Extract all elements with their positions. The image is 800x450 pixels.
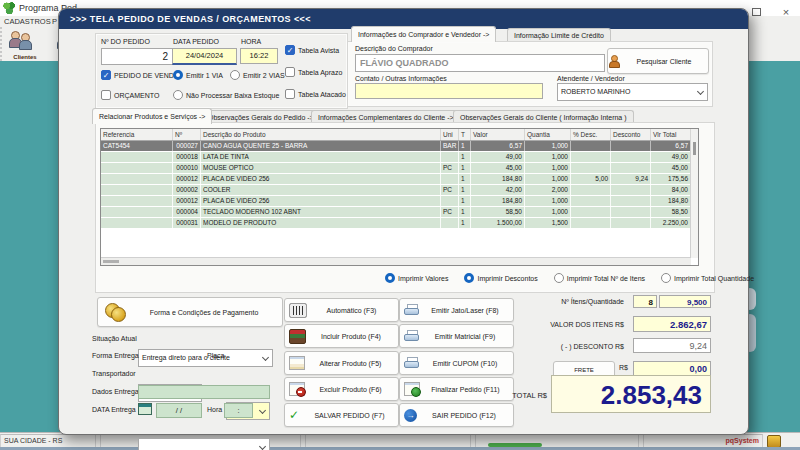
desconto-field[interactable]: 9,24 — [633, 338, 711, 353]
close-window-button[interactable] — [779, 2, 793, 14]
table-header-cell[interactable]: Vlr Total — [651, 129, 691, 140]
chevron-down-icon — [259, 443, 266, 450]
emitir-cupom-button[interactable]: Emitir CUPOM (F10) — [399, 351, 514, 375]
cell-desconto: 9,24 — [611, 174, 651, 184]
incluir-produto-button[interactable]: Incluir Produto (F4) — [284, 324, 399, 348]
sair-pedido-button[interactable]: SAIR PEDIDO (F12) — [399, 403, 514, 427]
cell-uni — [441, 174, 459, 184]
alterar-produto-button[interactable]: Alterar Produto (F5) — [284, 351, 399, 375]
salvar-pedido-button[interactable]: SALVAR PEDIDO (F7) — [284, 403, 399, 427]
table-header-cell[interactable]: Uni — [441, 129, 459, 140]
data-entrega-field[interactable]: / / — [156, 403, 202, 418]
print-option-radio[interactable]: Imprimir Valores — [385, 273, 448, 283]
menu-partial[interactable]: P — [52, 17, 57, 26]
cell-uni — [441, 218, 459, 228]
payment-conditions-button[interactable]: Forma e Condições de Pagamento — [97, 297, 283, 327]
scrollbar-thumb[interactable] — [103, 260, 119, 263]
dados-entrega-field[interactable] — [138, 385, 270, 399]
transportador-combo[interactable] — [138, 438, 270, 450]
tab-limite-credito[interactable]: Informação Limite de Crédito — [507, 28, 611, 42]
table-row[interactable]: 000010 MOUSE OPTICO PC 1 45,00 1,000 45,… — [101, 163, 698, 174]
cell-referencia — [101, 152, 173, 162]
valor-itens-label: VALOR DOS ITENS R$ — [514, 321, 624, 328]
table-header-cell[interactable]: Descrição do Produto — [201, 129, 441, 140]
order-date-field[interactable]: 24/04/2024 — [172, 48, 237, 65]
checkbox-tabela-aprazo[interactable]: Tabela Aprazo — [285, 67, 342, 77]
cell-vlr-total: 6,57 — [651, 141, 691, 151]
finalize-icon — [404, 382, 420, 396]
table-header-cell[interactable]: Quantia — [525, 129, 571, 140]
radio-nao-processar-baixa[interactable]: Não Processar Baixa Estoque — [173, 90, 279, 100]
quantidade-field: 9,500 — [659, 295, 711, 308]
checkbox-pedido-de-venda[interactable]: PEDIDO DE VENDA — [101, 70, 179, 80]
print-option-radio[interactable]: Imprimir Descontos — [464, 273, 537, 283]
table-row[interactable]: CAT5454 000027 CANO AGUA QUENTE 25 - BAR… — [101, 141, 698, 152]
contact-field[interactable] — [355, 83, 543, 99]
statusbar-city: SUA CIDADE - RS — [0, 434, 101, 448]
toolbar-button-clientes[interactable]: Clientes — [3, 28, 47, 60]
cell-t: 1 — [459, 163, 471, 173]
scrollbar-thumb[interactable] — [693, 142, 696, 155]
table-row[interactable]: 000004 TECLADO MODERNO 102 ABNT PC 1 58,… — [101, 207, 698, 218]
forma-entrega-label: Forma Entrega — [92, 352, 139, 359]
hora-entrega-field[interactable]: : — [224, 403, 253, 418]
table-row[interactable]: 000002 COOLER PC 1 42,00 2,000 84,00 — [101, 185, 698, 196]
automatico-button[interactable]: Automático (F3) — [284, 298, 399, 322]
cell-desconto — [611, 196, 651, 206]
restore-window-button[interactable] — [749, 2, 763, 14]
cell-quantia: 1,000 — [525, 163, 571, 173]
print-option-radio[interactable]: Imprimir Total Nº de Itens — [554, 273, 645, 283]
excluir-produto-button[interactable]: Excluir Produto (F6) — [284, 377, 399, 401]
cell-descricao: TECLADO MODERNO 102 ABNT — [201, 207, 441, 217]
table-header-cell[interactable]: Valor — [471, 129, 525, 140]
table-vertical-scrollbar[interactable] — [690, 140, 698, 258]
checkbox-tabela-atacado[interactable]: Tabela Atacado — [285, 89, 346, 99]
cell-t: 1 — [459, 196, 471, 206]
order-number-field[interactable]: 2 — [101, 48, 173, 65]
table-row[interactable]: 000012 PLACA DE VIDEO 256 1 184,80 1,000… — [101, 174, 698, 185]
checkbox-tabela-avista[interactable]: Tabela Avista — [285, 45, 339, 55]
emitir-matricial-button[interactable]: Emitir Matricial (F9) — [399, 324, 514, 348]
salesperson-combo[interactable]: ROBERTO MARINHO — [557, 83, 708, 101]
placa-label: Placa — [207, 352, 225, 359]
table-header-cell[interactable]: Referencia — [101, 129, 173, 140]
table-row[interactable]: 000031 MODELO DE PRODUTO 1 1.500,00 1,50… — [101, 218, 698, 229]
cell-valor: 1.500,00 — [471, 218, 525, 228]
cell-desconto — [611, 218, 651, 228]
situacao-combo[interactable]: Entrega direto para o cliente — [138, 349, 273, 367]
products-table: ReferenciaNºDescrição do ProdutoUniTValo… — [100, 128, 699, 266]
radio-emitir-1-via[interactable]: Emitir 1 VIA — [173, 70, 223, 80]
search-client-button[interactable]: Pesquisar Cliente — [607, 48, 709, 74]
table-row[interactable]: 000018 LATA DE TINTA 1 49,00 1,000 49,00 — [101, 152, 698, 163]
buyer-description-field[interactable]: FLÁVIO QUADRADO — [355, 54, 605, 72]
table-header-cell[interactable]: T — [459, 129, 471, 140]
cell-uni — [441, 196, 459, 206]
finalizar-pedido-button[interactable]: Finalizar Pedido (F11) — [399, 377, 514, 401]
cell-vlr-total: 184,80 — [651, 196, 691, 206]
cell-uni: BAR — [441, 141, 459, 151]
radio-emitir-2-vias[interactable]: Emitir 2 VIAS — [230, 70, 285, 80]
table-header-cell[interactable]: Nº — [173, 129, 201, 140]
calendar-icon[interactable] — [138, 403, 152, 415]
order-time-field[interactable]: 16:22 — [240, 48, 278, 64]
printer-icon — [404, 330, 419, 343]
menu-cadastros[interactable]: CADASTROS — [4, 17, 51, 26]
checkbox-orcamento[interactable]: ORÇAMENTO — [101, 90, 159, 100]
emitir-jato-laser-button[interactable]: Emitir Jato/Laser (F8) — [399, 298, 514, 322]
cell-quantia: 1,000 — [525, 196, 571, 206]
table-horizontal-scrollbar[interactable] — [101, 257, 691, 265]
table-header-cell[interactable]: Desconto — [611, 129, 651, 140]
buyer-description-label: Descrição do Comprador — [355, 45, 433, 52]
print-option-radio[interactable]: Imprimir Total Quantidade — [661, 273, 754, 283]
cell-valor: 6,57 — [471, 141, 525, 151]
tab-relacionar-produtos[interactable]: Relacionar Produtos e Serviços -> — [92, 108, 212, 124]
tab-comprador-vendedor[interactable]: Informações do Comprador e Vendedor -> — [351, 26, 496, 42]
cell-desconto — [611, 207, 651, 217]
check-badge-icon — [411, 387, 421, 397]
checkbox-icon — [101, 70, 111, 80]
table-header-cell[interactable]: % Desc. — [571, 129, 611, 140]
cell-numero: 000012 — [173, 196, 201, 206]
frete-field[interactable]: 0,00 — [633, 361, 711, 376]
sales-order-dialog: >>> TELA PEDIDO DE VENDAS / ORÇAMENTOS <… — [58, 8, 749, 435]
table-row[interactable]: 000012 PLACA DE VIDEO 256 1 184,80 1,000… — [101, 196, 698, 207]
